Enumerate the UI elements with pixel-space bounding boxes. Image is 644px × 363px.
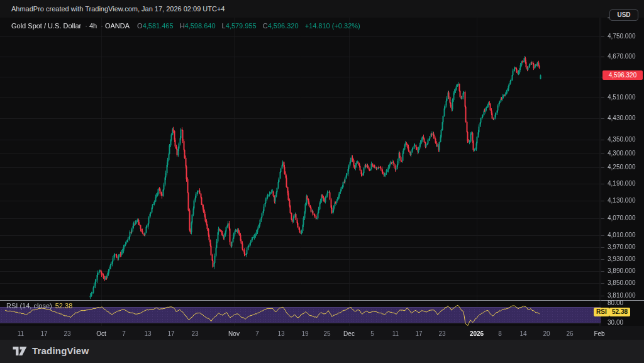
time-axis-label: 26 bbox=[566, 330, 573, 337]
price-axis-label: 3,850.000 bbox=[608, 279, 636, 286]
attribution-text: AhmadPro created with TradingView.com, J… bbox=[11, 5, 225, 13]
time-axis-label: 17 bbox=[40, 330, 47, 337]
tradingview-logo-text: TradingView bbox=[32, 345, 89, 356]
legend-separator: · bbox=[101, 22, 103, 30]
time-axis-label: 14 bbox=[519, 330, 526, 337]
time-axis-label: 23 bbox=[438, 330, 445, 337]
price-axis-label: 4,430.000 bbox=[608, 114, 636, 121]
price-axis-label: 3,930.000 bbox=[608, 255, 636, 262]
ohlc-low-value: 4,579.955 bbox=[226, 22, 257, 30]
ohlc-open-value: 4,581.465 bbox=[143, 22, 174, 30]
rsi-indicator-name: RSI (14, close) bbox=[6, 302, 52, 310]
ohlc-close-value: 4,596.320 bbox=[268, 22, 299, 30]
footer-bar: TradingView bbox=[0, 340, 644, 363]
time-axis-label: 20 bbox=[543, 330, 550, 337]
exchange-label: OANDA bbox=[105, 22, 130, 30]
time-axis-label: 8 bbox=[498, 330, 502, 337]
time-axis-label: 23 bbox=[191, 330, 198, 337]
price-axis-label: 4,750.000 bbox=[608, 33, 636, 40]
price-axis-label: 4,130.000 bbox=[608, 197, 636, 204]
rsi-scale-label-80: 80.00 bbox=[608, 299, 623, 306]
symbol-legend: Gold Spot / U.S. Dollar·4h·OANDA O4,581.… bbox=[11, 22, 362, 30]
time-axis-label: 17 bbox=[167, 330, 174, 337]
time-axis-label: 23 bbox=[64, 330, 70, 337]
ohlc-low-label: L bbox=[222, 22, 226, 30]
currency-button[interactable]: USD bbox=[609, 9, 638, 21]
ohlc-high-value: 4,598.640 bbox=[185, 22, 216, 30]
price-axis-label: 4,510.000 bbox=[608, 94, 636, 101]
price-chart-canvas[interactable] bbox=[0, 18, 644, 340]
time-axis-label: 13 bbox=[144, 330, 151, 337]
price-axis-label: 4,250.000 bbox=[608, 164, 636, 170]
time-axis-label: 25 bbox=[323, 330, 330, 337]
time-axis-label: 7 bbox=[255, 330, 259, 337]
price-axis-label: 3,810.000 bbox=[608, 292, 636, 299]
time-axis-label: Dec bbox=[343, 330, 355, 337]
rsi-badge-label: RSI bbox=[594, 308, 609, 316]
symbol-name[interactable]: Gold Spot / U.S. Dollar bbox=[11, 22, 81, 30]
time-axis-label: 11 bbox=[18, 330, 24, 337]
price-axis-label: 4,070.000 bbox=[608, 215, 636, 221]
header-bar: AhmadPro created with TradingView.com, J… bbox=[0, 0, 644, 18]
price-axis-label: 4,300.000 bbox=[608, 150, 636, 157]
tradingview-logo[interactable]: TradingView bbox=[13, 345, 89, 356]
time-axis-label: 5 bbox=[370, 330, 374, 337]
time-axis-label: Nov bbox=[228, 330, 240, 337]
chart-region: Gold Spot / U.S. Dollar·4h·OANDA O4,581.… bbox=[0, 18, 644, 340]
time-axis-label: 7 bbox=[122, 330, 126, 337]
ohlc-high-label: H bbox=[180, 22, 185, 30]
time-axis-label: 2026 bbox=[470, 330, 484, 337]
rsi-indicator-legend[interactable]: RSI (14, close)52.38 bbox=[6, 302, 72, 310]
time-axis-label: 13 bbox=[277, 330, 284, 337]
time-axis-label: Feb bbox=[594, 330, 604, 337]
tradingview-snapshot: AhmadPro created with TradingView.com, J… bbox=[0, 0, 644, 363]
time-axis-label: Oct bbox=[96, 330, 106, 337]
rsi-scale-label-30: 30.00 bbox=[608, 319, 623, 326]
time-axis-label: 17 bbox=[415, 330, 422, 337]
price-axis-label: 4,350.000 bbox=[608, 136, 636, 143]
ohlc-open-label: O bbox=[137, 22, 143, 30]
price-axis-label: 4,010.000 bbox=[608, 232, 636, 238]
price-axis-label: 3,890.000 bbox=[608, 267, 636, 274]
price-axis-label: 4,190.000 bbox=[608, 180, 636, 187]
time-axis-label: 11 bbox=[392, 330, 399, 337]
tradingview-logo-icon bbox=[13, 347, 27, 355]
price-axis-label: 3,970.000 bbox=[608, 243, 636, 250]
change-value: +14.810 (+0.32%) bbox=[305, 22, 360, 30]
rsi-indicator-value: 52.38 bbox=[55, 302, 73, 310]
last-price-badge: 4,596.320 bbox=[602, 70, 643, 80]
rsi-badge-value: 52.38 bbox=[609, 308, 630, 316]
interval-label[interactable]: 4h bbox=[89, 22, 97, 30]
price-axis-label: 4,670.000 bbox=[608, 53, 636, 60]
time-axis-label: 19 bbox=[301, 330, 308, 337]
ohlc-close-label: C bbox=[263, 22, 268, 30]
legend-separator: · bbox=[85, 22, 87, 30]
